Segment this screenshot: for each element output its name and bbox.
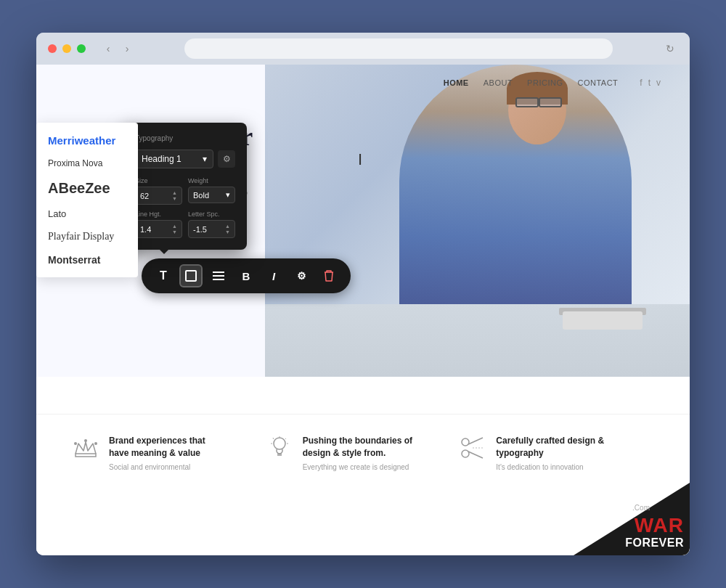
feature-item-1: Brand experiences that have meaning & va…	[73, 435, 266, 471]
svg-point-2	[94, 442, 97, 445]
line-height-stepper[interactable]: ▲ ▼	[172, 224, 177, 234]
feature-desc-2: Everything we create is designed	[303, 463, 419, 471]
watermark-forever: FOREVER	[625, 536, 684, 550]
back-button[interactable]: ‹	[100, 41, 116, 57]
size-control: Size 62 ▲ ▼	[135, 177, 182, 205]
bulb-icon	[266, 435, 293, 461]
feature-title-1: Brand experiences that have meaning & va…	[109, 435, 225, 460]
nav-pricing[interactable]: PRICING	[527, 78, 563, 87]
weight-select[interactable]: Bold ▾	[188, 187, 235, 203]
svg-line-6	[468, 438, 483, 444]
svg-point-4	[462, 438, 469, 446]
refresh-button[interactable]: ↻	[662, 41, 678, 57]
feature-item-3: Carefully crafted design & typography It…	[460, 435, 653, 471]
font-item-montserrat[interactable]: Montserrat	[36, 248, 138, 271]
scissors-icon	[460, 435, 486, 461]
line-height-control: Line Hgt. 1.4 ▲ ▼	[135, 211, 182, 238]
size-stepper[interactable]: ▲ ▼	[172, 190, 177, 201]
toolbar-bold-button[interactable]: B	[234, 264, 258, 287]
dot-green[interactable]	[77, 44, 86, 53]
nav-about[interactable]: ABOUT	[484, 78, 513, 87]
letter-spacing-stepper[interactable]: ▲ ▼	[225, 224, 230, 234]
address-bar[interactable]	[184, 38, 613, 59]
browser-nav-buttons: ‹ ›	[100, 41, 135, 57]
typography-panel: Typography Heading 1 ▾ ⚙ Size 62 ▲ ▼	[123, 123, 247, 250]
size-label: Size	[135, 177, 182, 184]
nav-contact[interactable]: CONTACT	[577, 78, 618, 87]
browser-content: HOME ABOUT PRICING CONTACT f t v	[36, 65, 690, 555]
editor-toolbar: T B I ⚙	[142, 258, 351, 293]
font-item-playfair[interactable]: Playfair Display	[36, 225, 138, 248]
facebook-icon[interactable]: f	[640, 78, 642, 88]
vimeo-icon[interactable]: v	[656, 78, 661, 88]
svg-line-7	[468, 452, 483, 458]
letter-spacing-control: Letter Spc. -1.5 ▲ ▼	[188, 211, 235, 238]
svg-point-3	[274, 438, 285, 449]
font-item-merriweather[interactable]: Merriweather	[36, 128, 138, 152]
heading-select[interactable]: Heading 1 ▾	[135, 150, 213, 168]
line-height-label: Line Hgt.	[135, 211, 182, 218]
dot-red[interactable]	[48, 44, 57, 53]
feature-desc-3: It's dedication to innovation	[496, 463, 612, 471]
feature-text-3: Carefully crafted design & typography It…	[496, 435, 612, 471]
heading-select-row: Heading 1 ▾ ⚙	[135, 150, 235, 168]
size-input[interactable]: 62 ▲ ▼	[135, 187, 182, 205]
font-list-panel: Merriweather Proxima Nova ABeeZee Lato P…	[36, 123, 138, 277]
text-cursor: I	[358, 150, 362, 169]
forward-button[interactable]: ›	[119, 41, 135, 57]
feature-title-3: Carefully crafted design & typography	[496, 435, 612, 460]
letter-spacing-input[interactable]: -1.5 ▲ ▼	[188, 220, 235, 238]
font-item-lato[interactable]: Lato	[36, 203, 138, 225]
crown-icon	[73, 435, 99, 461]
line-height-input[interactable]: 1.4 ▲ ▼	[135, 220, 182, 238]
watermark-war: WAR	[625, 515, 684, 537]
feature-text-1: Brand experiences that have meaning & va…	[109, 435, 225, 471]
svg-point-5	[462, 450, 469, 457]
toolbar-text-button[interactable]: T	[152, 264, 175, 287]
twitter-icon[interactable]: t	[648, 78, 650, 88]
watermark-text: WAR FOREVER	[625, 515, 684, 550]
nav-social: f t v	[640, 78, 661, 88]
panel-controls: Size 62 ▲ ▼ Weight Bold ▾	[135, 177, 235, 238]
feature-item-2: Pushing the boundaries of design & style…	[266, 435, 460, 471]
font-item-abeezee[interactable]: ABeeZee	[36, 174, 138, 203]
toolbar-delete-button[interactable]	[317, 264, 340, 287]
feature-title-2: Pushing the boundaries of design & style…	[303, 435, 419, 460]
typography-label: Typography	[135, 134, 235, 142]
panel-gear-button[interactable]: ⚙	[218, 150, 235, 168]
weight-label: Weight	[188, 177, 235, 184]
nav-home[interactable]: HOME	[444, 78, 469, 87]
weight-control: Weight Bold ▾	[188, 177, 235, 205]
svg-point-1	[84, 439, 87, 442]
feature-desc-1: Social and environmental	[109, 463, 225, 471]
watermark: WAR FOREVER .Com	[574, 483, 690, 555]
font-item-proxima[interactable]: Proxima Nova	[36, 152, 138, 174]
browser-titlebar: ‹ › ↻	[36, 33, 690, 65]
toolbar-align-button[interactable]	[207, 264, 230, 287]
site-nav: HOME ABOUT PRICING CONTACT f t v	[36, 65, 690, 101]
dot-yellow[interactable]	[62, 44, 71, 53]
svg-point-0	[74, 442, 77, 445]
nav-links: HOME ABOUT PRICING CONTACT	[444, 78, 619, 87]
hero-background-image	[265, 65, 690, 377]
svg-rect-9	[186, 271, 196, 281]
feature-text-2: Pushing the boundaries of design & style…	[303, 435, 419, 471]
letter-spacing-label: Letter Spc.	[188, 211, 235, 218]
toolbar-box-button[interactable]	[179, 264, 203, 287]
watermark-com: .Com	[632, 504, 650, 512]
browser-window: ‹ › ↻ HOME ABOUT PRICING CONTACT f t	[36, 33, 690, 555]
toolbar-italic-button[interactable]: I	[262, 264, 285, 287]
toolbar-settings-button[interactable]: ⚙	[290, 264, 313, 287]
